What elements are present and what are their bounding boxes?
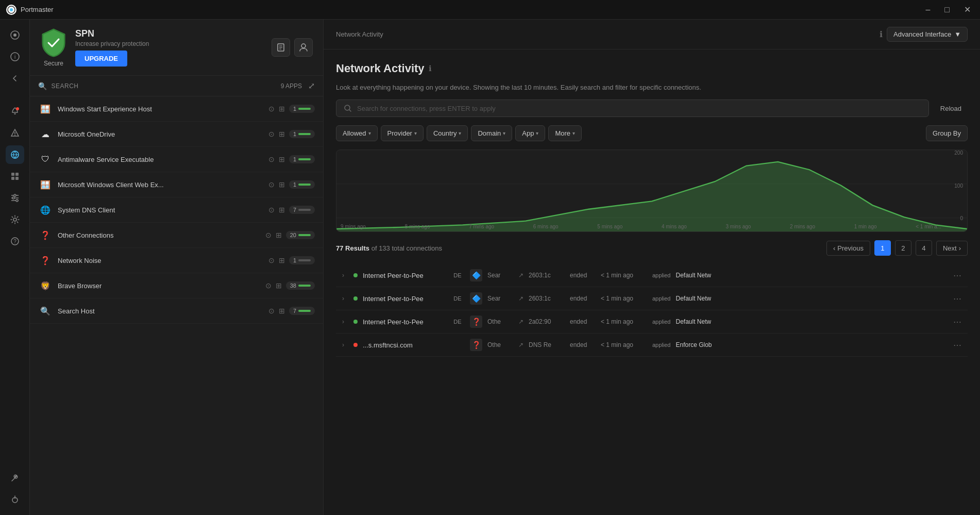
conn-state: ended xyxy=(570,272,596,279)
minimize-button[interactable]: – xyxy=(922,4,933,15)
app-controls: ⊙ ⊞ 1 xyxy=(268,180,315,189)
app-controls: ⊙ ⊞ 38 xyxy=(265,281,315,290)
conn-menu-button[interactable]: ⋯ xyxy=(953,294,961,304)
page-description: Look at everything happening on your dev… xyxy=(336,84,968,91)
app-count: 1 xyxy=(293,156,296,162)
group-by-label: Group By xyxy=(933,129,961,137)
filter-more-button[interactable]: More▾ xyxy=(548,125,582,141)
notes-icon[interactable] xyxy=(272,38,290,57)
app-list-item[interactable]: ❓ Network Noise ⊙ ⊞ 1 xyxy=(30,248,323,273)
app-list-item[interactable]: 🔍 Search Host ⊙ ⊞ 7 xyxy=(30,298,323,324)
app-settings-icon[interactable]: ⊙ xyxy=(268,307,275,315)
home-icon[interactable] xyxy=(6,26,24,44)
title-info-button[interactable]: ℹ xyxy=(429,64,432,73)
app-settings-icon[interactable]: ⊙ xyxy=(268,180,275,189)
app-grid-icon[interactable]: ⊞ xyxy=(279,105,285,113)
conn-menu-button[interactable]: ⋯ xyxy=(953,317,961,327)
status-dot xyxy=(298,285,311,287)
settings-icon[interactable] xyxy=(6,210,24,229)
svg-rect-11 xyxy=(15,173,19,176)
time-label-1: 1 min ago xyxy=(854,224,877,229)
conn-policy-label: applied xyxy=(652,272,670,278)
page-1-button[interactable]: 1 xyxy=(874,240,891,256)
power-icon[interactable] xyxy=(6,490,24,509)
app-name: Network Noise xyxy=(58,257,263,264)
profile-icon[interactable] xyxy=(294,38,313,57)
app-controls: ⊙ ⊞ 1 xyxy=(268,105,315,113)
table-row[interactable]: › ...s.msftncsi.com ❓ Othe ↗ DNS Re ende… xyxy=(336,334,968,357)
conn-menu-button[interactable]: ⋯ xyxy=(953,340,961,350)
app-grid-icon[interactable]: ⊞ xyxy=(279,130,285,138)
interface-selector[interactable]: Advanced Interface ▼ xyxy=(887,27,968,42)
app-grid-icon[interactable]: ⊞ xyxy=(279,307,285,315)
svg-point-1 xyxy=(10,8,13,11)
app-grid-icon[interactable]: ⊞ xyxy=(279,155,285,163)
app-grid-icon[interactable]: ⊞ xyxy=(276,281,282,290)
back-icon[interactable] xyxy=(6,69,24,88)
app-settings-icon[interactable]: ⊙ xyxy=(268,105,275,113)
app-logo xyxy=(6,5,16,15)
conn-direction-icon: ↗ xyxy=(518,341,523,348)
conn-address: 2603:1c xyxy=(529,295,565,302)
expand-button[interactable]: ⤢ xyxy=(308,81,315,91)
svg-point-8 xyxy=(14,135,15,136)
table-row[interactable]: › Internet Peer-to-Pee DE 🔷 Sear ↗ 2603:… xyxy=(336,264,968,287)
app-list-item[interactable]: ☁ Microsoft OneDrive ⊙ ⊞ 1 xyxy=(30,122,323,147)
app-list-item[interactable]: ❓ Other Connections ⊙ ⊞ 20 xyxy=(30,223,323,248)
filter-app-button[interactable]: App▾ xyxy=(515,125,545,141)
reload-button[interactable]: Reload xyxy=(934,102,968,115)
app-list-item[interactable]: 🛡 Antimalware Service Executable ⊙ ⊞ 1 xyxy=(30,147,323,172)
app-grid-icon[interactable]: ⊞ xyxy=(276,231,282,239)
app-settings-icon[interactable]: ⊙ xyxy=(268,256,275,264)
table-row[interactable]: › Internet Peer-to-Pee DE 🔷 Sear ↗ 2603:… xyxy=(336,287,968,310)
app-grid-icon[interactable]: ⊞ xyxy=(279,180,285,189)
info-icon[interactable]: i xyxy=(6,47,24,66)
app-settings-icon[interactable]: ⊙ xyxy=(268,130,275,138)
filter-allowed-button[interactable]: Allowed▾ xyxy=(336,125,378,141)
app-count: 7 xyxy=(293,207,296,213)
app-grid-icon[interactable]: ⊞ xyxy=(279,206,285,214)
page-2-button[interactable]: 2 xyxy=(895,240,911,256)
app-settings-icon[interactable]: ⊙ xyxy=(268,155,275,163)
app-grid-icon[interactable]: ⊞ xyxy=(279,256,285,264)
app-list-item[interactable]: 🌐 System DNS Client ⊙ ⊞ 7 xyxy=(30,197,323,223)
table-row[interactable]: › Internet Peer-to-Pee DE ❓ Othe ↗ 2a02:… xyxy=(336,310,968,334)
network-icon[interactable] xyxy=(6,145,24,164)
filter-country-button[interactable]: Country▾ xyxy=(427,125,468,141)
filter-label: More xyxy=(555,129,570,137)
upgrade-button[interactable]: UPGRADE xyxy=(75,51,127,67)
group-by-button[interactable]: Group By xyxy=(926,125,968,141)
header-info-button[interactable]: ℹ xyxy=(880,29,883,39)
alerts-icon[interactable] xyxy=(6,102,24,121)
spn-desc: Increase privacy protection xyxy=(75,40,149,47)
filter-icon[interactable] xyxy=(6,189,24,207)
app-list-item[interactable]: 🪟 Microsoft Windows Client Web Ex... ⊙ ⊞… xyxy=(30,172,323,197)
page-title-row: Network Activity ℹ xyxy=(336,62,968,75)
maximize-button[interactable]: □ xyxy=(941,4,953,15)
status-dot xyxy=(298,259,311,261)
app-settings-icon[interactable]: ⊙ xyxy=(265,231,272,239)
svg-text:i: i xyxy=(14,54,15,60)
chevron-down-icon: ▾ xyxy=(368,130,371,136)
app-controls: ⊙ ⊞ 1 xyxy=(268,130,315,138)
warning-icon[interactable] xyxy=(6,124,24,142)
next-button[interactable]: Next › xyxy=(936,241,968,256)
app-settings-icon[interactable]: ⊙ xyxy=(268,206,275,214)
app-list-item[interactable]: 🦁 Brave Browser ⊙ ⊞ 38 xyxy=(30,273,323,298)
tools-icon[interactable] xyxy=(6,469,24,487)
search-input[interactable] xyxy=(357,105,921,112)
help-icon[interactable]: ? xyxy=(6,232,24,251)
prev-button[interactable]: ‹ Previous xyxy=(826,241,870,256)
page-4-button[interactable]: 4 xyxy=(916,240,932,256)
expand-icon: › xyxy=(342,318,348,325)
conn-menu-button[interactable]: ⋯ xyxy=(953,271,961,280)
app-settings-icon[interactable]: ⊙ xyxy=(265,281,272,290)
close-button[interactable]: ✕ xyxy=(961,4,974,15)
app-count-badge: 1 xyxy=(289,130,315,138)
apps-icon[interactable] xyxy=(6,167,24,186)
filter-domain-button[interactable]: Domain▾ xyxy=(471,125,512,141)
svg-rect-12 xyxy=(11,177,14,180)
search-icon: 🔍 xyxy=(38,82,47,90)
filter-provider-button[interactable]: Provider▾ xyxy=(381,125,424,141)
app-list-item[interactable]: 🪟 Windows Start Experience Host ⊙ ⊞ 1 xyxy=(30,96,323,122)
